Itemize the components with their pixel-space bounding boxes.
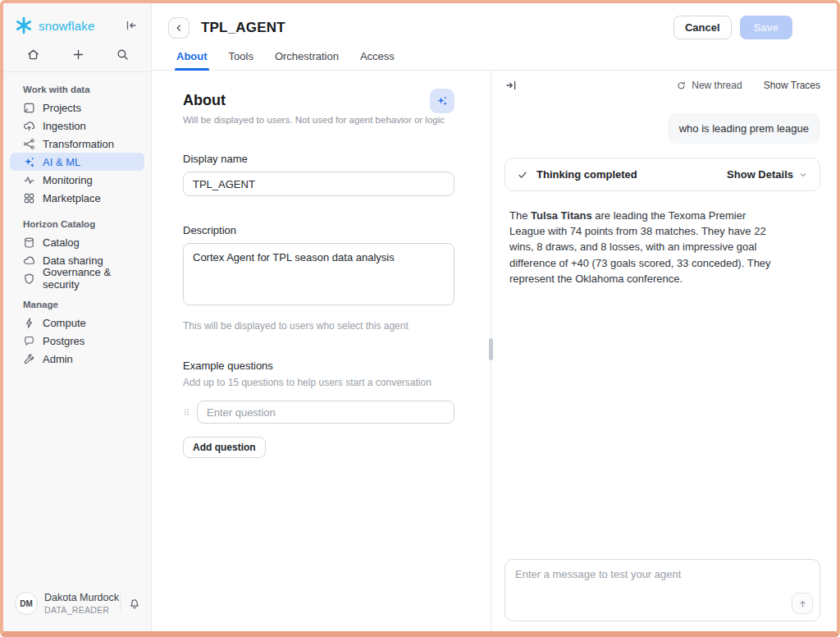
app-window: snowflake Work with data Projects Ingest… (3, 3, 837, 631)
notifications-bell-icon[interactable] (128, 597, 141, 610)
sidebar-item-admin[interactable]: Admin (10, 350, 144, 368)
projects-icon (23, 102, 35, 114)
postgres-icon (23, 335, 35, 347)
chat-test-panel: New thread Show Traces who is leading pr… (491, 71, 837, 631)
sidebar-item-transformation[interactable]: Transformation (10, 135, 144, 153)
user-meta: Dakota Murdock DATA_READER (44, 592, 119, 615)
section-label-work-with-data: Work with data (3, 72, 151, 99)
drag-handle-icon[interactable] (183, 406, 190, 418)
header-actions: Cancel Save (673, 16, 792, 39)
marketplace-icon (23, 192, 35, 204)
monitoring-icon (23, 174, 35, 186)
thinking-status: Thinking completed (517, 168, 637, 181)
description-helper: This will be displayed to users who sele… (183, 320, 454, 332)
tab-access[interactable]: Access (360, 50, 395, 70)
sidebar-item-label: Projects (43, 102, 81, 114)
cancel-button[interactable]: Cancel (673, 16, 732, 39)
catalog-icon (23, 236, 35, 249)
send-message-button[interactable] (792, 593, 813, 614)
sidebar-item-postgres[interactable]: Postgres (10, 332, 144, 350)
search-icon[interactable] (116, 48, 130, 62)
compute-icon (23, 317, 35, 329)
new-thread-label: New thread (692, 80, 742, 91)
save-button[interactable]: Save (740, 16, 792, 39)
example-questions-label: Example questions (183, 360, 454, 372)
sidebar-item-label: Postgres (43, 335, 84, 347)
sidebar-item-compute[interactable]: Compute (10, 314, 144, 332)
sparkle-icon (436, 94, 449, 108)
home-icon[interactable] (26, 48, 40, 62)
sidebar-item-marketplace[interactable]: Marketplace (10, 189, 144, 207)
sidebar-item-governance-security[interactable]: Governance & security (10, 269, 144, 287)
tab-about[interactable]: About (176, 50, 208, 70)
thinking-status-label: Thinking completed (536, 168, 637, 181)
tab-bar: About Tools Orchestration Access (152, 39, 837, 71)
sidebar-item-monitoring[interactable]: Monitoring (10, 171, 144, 189)
agent-response-text: The Tulsa Titans are leading the Texoma … (509, 208, 777, 286)
scrollbar-thumb[interactable] (489, 338, 493, 360)
ai-generate-button[interactable] (430, 89, 454, 113)
logo-row: snowflake (3, 3, 151, 43)
chat-toolbar: New thread Show Traces (504, 79, 820, 92)
check-icon (517, 169, 528, 181)
panel-divider (491, 71, 491, 631)
sidebar-item-label: Data sharing (43, 254, 103, 267)
about-section-title: About (183, 92, 454, 109)
new-thread-button[interactable]: New thread (676, 80, 742, 91)
admin-icon (23, 353, 35, 365)
user-menu[interactable]: DM Dakota Murdock DATA_READER (3, 584, 151, 631)
ai-ml-icon (23, 156, 35, 168)
chat-input-box (504, 559, 820, 621)
sidebar-item-label: Catalog (43, 236, 80, 249)
sidebar: snowflake Work with data Projects Ingest… (3, 3, 152, 631)
chat-message-input[interactable] (505, 560, 819, 621)
tab-tools[interactable]: Tools (229, 50, 253, 70)
sidebar-item-label: AI & ML (43, 156, 80, 168)
user-divider (120, 594, 121, 612)
sidebar-item-label: Admin (43, 353, 73, 365)
logo-wordmark: snowflake (39, 19, 95, 33)
thinking-status-card: Thinking completed Show Details (504, 158, 820, 191)
governance-security-icon (23, 273, 35, 285)
collapse-sidebar-icon[interactable] (125, 19, 138, 32)
description-label: Description (183, 224, 454, 236)
display-name-input[interactable] (183, 172, 454, 196)
add-question-button[interactable]: Add question (183, 437, 266, 458)
sidebar-item-label: Compute (43, 317, 86, 329)
new-item-icon[interactable] (71, 48, 85, 62)
show-traces-button[interactable]: Show Traces (764, 80, 820, 91)
avatar: DM (15, 592, 38, 615)
snowflake-logo-icon (15, 16, 33, 34)
sidebar-item-label: Transformation (43, 138, 114, 150)
display-name-label: Display name (183, 153, 454, 165)
page-header: TPL_AGENT Cancel Save (152, 3, 837, 39)
refresh-icon (676, 80, 687, 91)
description-textarea[interactable]: Cortex Agent for TPL season data analysi… (183, 243, 454, 305)
sidebar-item-label: Ingestion (43, 120, 86, 132)
show-details-button[interactable]: Show Details (727, 168, 808, 181)
transformation-icon (23, 138, 35, 150)
sidebar-item-ingestion[interactable]: Ingestion (10, 117, 144, 135)
page-title: TPL_AGENT (201, 20, 285, 36)
sidebar-item-catalog[interactable]: Catalog (10, 233, 144, 251)
sidebar-item-ai-ml[interactable]: AI & ML (10, 153, 144, 171)
arrow-up-icon (797, 598, 808, 609)
ingestion-icon (23, 120, 35, 132)
sidebar-item-projects[interactable]: Projects (10, 99, 144, 117)
data-sharing-icon (23, 254, 35, 267)
example-question-input[interactable] (197, 401, 454, 424)
sidebar-quick-actions (3, 43, 151, 71)
sidebar-item-label: Marketplace (43, 192, 101, 204)
content-row: About Will be displayed to users. Not us… (152, 71, 837, 631)
chat-toolbar-actions: New thread Show Traces (676, 80, 820, 91)
back-button[interactable] (168, 17, 189, 39)
collapse-panel-icon[interactable] (504, 79, 518, 92)
section-label-horizon-catalog: Horizon Catalog (3, 207, 151, 233)
tab-orchestration[interactable]: Orchestration (275, 50, 339, 70)
about-section-subtitle: Will be displayed to users. Not used for… (183, 115, 454, 125)
section-label-manage: Manage (3, 287, 151, 314)
chevron-down-icon (798, 170, 808, 180)
sidebar-item-label: Monitoring (43, 174, 93, 186)
response-bold-text: Tulsa Titans (531, 209, 592, 222)
show-details-label: Show Details (727, 168, 793, 181)
